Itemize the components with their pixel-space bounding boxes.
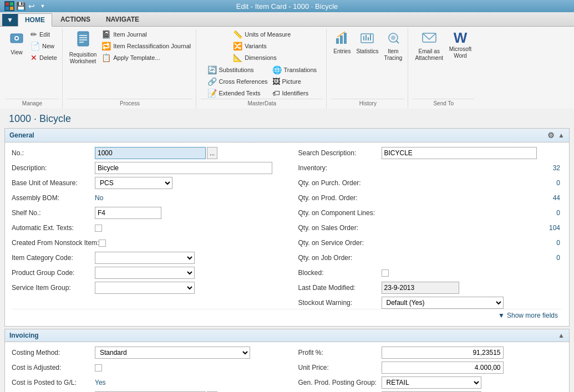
picture-button[interactable]: 🖼 Picture bbox=[271, 76, 319, 87]
uom-icon: 📏 bbox=[233, 30, 242, 39]
blocked-label: Blocked: bbox=[298, 269, 382, 277]
assembly-bom-label: Assembly BOM: bbox=[12, 194, 95, 202]
base-uom-field-row: Base Unit of Measure: PCS bbox=[12, 177, 276, 189]
qty-job-label: Qty. on Job Order: bbox=[298, 254, 382, 262]
save-quick-btn[interactable]: 💾 bbox=[16, 1, 26, 11]
general-settings-icon[interactable]: ⚙ bbox=[547, 131, 555, 140]
general-section: General ⚙ ▲ No.: ... bbox=[4, 128, 570, 327]
qty-prod-value-text[interactable]: 44 bbox=[382, 194, 563, 202]
auto-ext-texts-checkbox[interactable] bbox=[95, 225, 102, 232]
qty-job-value-text[interactable]: 0 bbox=[382, 254, 563, 262]
new-icon: 📄 bbox=[31, 42, 40, 50]
svg-rect-1 bbox=[10, 2, 13, 6]
dimensions-button[interactable]: 📐 Dimensions bbox=[231, 52, 292, 63]
product-group-field-row: Product Group Code: bbox=[12, 267, 276, 279]
item-tracing-button[interactable]: ItemTracing bbox=[382, 29, 404, 63]
entries-label: Entries bbox=[333, 48, 351, 54]
translations-button[interactable]: 🌐 Translations bbox=[271, 64, 319, 75]
undo-quick-btn[interactable]: ↩ bbox=[27, 1, 37, 11]
nonstock-label: Created From Nonstock Item: bbox=[12, 239, 99, 247]
gen-prod-posting-select[interactable]: RETAIL bbox=[382, 376, 481, 389]
inventory-field-row: Inventory: 32 bbox=[298, 162, 563, 174]
svg-rect-2 bbox=[6, 7, 9, 10]
assembly-bom-link[interactable]: No bbox=[95, 194, 103, 202]
edit-button[interactable]: ✏ Edit bbox=[29, 29, 59, 40]
ribbon-group-sendto: Email asAttachment W MicrosoftWord Send … bbox=[409, 29, 478, 109]
ribbon-tabs: ▼ HOME ACTIONS NAVIGATE bbox=[0, 12, 574, 27]
new-button[interactable]: 📄 New bbox=[29, 40, 59, 52]
description-input[interactable] bbox=[95, 162, 272, 174]
requisition-worksheet-button[interactable]: RequisitionWorksheet bbox=[67, 29, 99, 67]
qty-job-value: 0 bbox=[382, 254, 563, 262]
base-uom-select[interactable]: PCS bbox=[95, 177, 172, 189]
product-group-select[interactable] bbox=[95, 267, 195, 279]
description-value bbox=[95, 162, 276, 174]
tab-home-dropdown[interactable]: ▼ bbox=[2, 14, 18, 26]
nonstock-value bbox=[99, 240, 276, 247]
no-input[interactable] bbox=[95, 147, 206, 159]
item-reclassification-button[interactable]: 🔁 Item Reclassification Journal bbox=[100, 40, 192, 52]
general-section-header[interactable]: General ⚙ ▲ bbox=[5, 129, 569, 142]
tab-navigate[interactable]: NAVIGATE bbox=[99, 13, 146, 26]
qty-sales-value: 104 bbox=[382, 224, 563, 232]
invoicing-collapse-icon[interactable]: ▲ bbox=[558, 332, 565, 339]
costing-method-select[interactable]: Standard bbox=[95, 347, 250, 359]
item-reclass-label: Item Reclassification Journal bbox=[113, 43, 191, 49]
variants-button[interactable]: 🔀 Variants bbox=[231, 40, 292, 52]
extended-texts-button[interactable]: 📝 Extended Texts bbox=[206, 88, 270, 99]
qty-sales-value-text[interactable]: 104 bbox=[382, 224, 563, 232]
history-group-label: History bbox=[331, 99, 404, 106]
qty-service-value: 0 bbox=[382, 239, 563, 247]
item-category-select[interactable] bbox=[95, 252, 195, 264]
cost-adjusted-checkbox[interactable] bbox=[95, 364, 102, 371]
inventory-label: Inventory: bbox=[298, 164, 382, 172]
svg-rect-13 bbox=[340, 35, 343, 44]
requisition-label: RequisitionWorksheet bbox=[69, 52, 96, 65]
no-dots-button[interactable]: ... bbox=[207, 147, 217, 159]
qty-component-field-row: Qty. on Component Lines: 0 bbox=[298, 207, 563, 219]
inventory-value-text[interactable]: 32 bbox=[382, 164, 563, 172]
gen-prod-posting-value: RETAIL bbox=[382, 376, 563, 389]
cross-ref-label: Cross References bbox=[219, 78, 268, 85]
cross-references-button[interactable]: 🔗 Cross References bbox=[206, 76, 270, 87]
profit-pct-input[interactable] bbox=[382, 347, 504, 359]
cost-posted-link[interactable]: Yes bbox=[95, 379, 106, 386]
edit-icon: ✏ bbox=[31, 30, 37, 39]
invoicing-section-header[interactable]: Invoicing ▲ bbox=[5, 329, 569, 342]
statistics-button[interactable]: Statistics bbox=[354, 29, 380, 56]
qty-purch-value-text[interactable]: 0 bbox=[382, 179, 563, 187]
units-of-measure-button[interactable]: 📏 Units of Measure bbox=[231, 29, 292, 40]
unit-price-input[interactable] bbox=[382, 362, 504, 374]
email-attachment-button[interactable]: Email asAttachment bbox=[413, 29, 445, 63]
qty-component-value-text[interactable]: 0 bbox=[382, 209, 563, 217]
qty-prod-field-row: Qty. on Prod. Order: 44 bbox=[298, 192, 563, 204]
general-collapse-icon[interactable]: ▲ bbox=[558, 131, 565, 139]
apply-template-button[interactable]: 📋 Apply Template... bbox=[100, 52, 192, 63]
last-date-input[interactable] bbox=[382, 282, 459, 294]
substitutions-button[interactable]: 🔄 Substitutions bbox=[206, 64, 270, 75]
invoicing-form-row: Costing Method: Standard Cost is Adjuste… bbox=[12, 347, 562, 392]
tab-home[interactable]: HOME bbox=[18, 13, 52, 27]
qty-service-value-text[interactable]: 0 bbox=[382, 239, 563, 247]
service-item-group-field-row: Service Item Group: bbox=[12, 282, 276, 294]
identifiers-button[interactable]: 🏷 Identifiers bbox=[271, 88, 319, 99]
tab-actions[interactable]: ACTIONS bbox=[53, 13, 98, 26]
service-item-group-select[interactable] bbox=[95, 282, 195, 294]
blocked-checkbox[interactable] bbox=[382, 269, 389, 277]
search-desc-label: Search Description: bbox=[298, 149, 382, 157]
qty-component-value: 0 bbox=[382, 209, 563, 217]
shelf-no-input[interactable] bbox=[95, 207, 161, 219]
item-journal-button[interactable]: 📓 Item Journal bbox=[100, 29, 192, 40]
gen-prod-posting-field-row: Gen. Prod. Posting Group: RETAIL bbox=[298, 376, 563, 389]
delete-button[interactable]: ✕ Delete bbox=[29, 52, 59, 63]
qa-dropdown-btn[interactable]: ▼ bbox=[38, 1, 48, 11]
view-button[interactable]: View bbox=[6, 29, 28, 57]
nonstock-checkbox[interactable] bbox=[99, 240, 106, 247]
process-group-label: Process bbox=[67, 99, 193, 106]
dimensions-icon: 📐 bbox=[233, 53, 242, 62]
microsoft-word-button[interactable]: W MicrosoftWord bbox=[446, 29, 474, 61]
search-desc-input[interactable] bbox=[382, 147, 537, 159]
entries-button[interactable]: Entries bbox=[331, 29, 353, 56]
stockout-warning-select[interactable]: Default (Yes) bbox=[382, 297, 504, 309]
show-more-fields-row[interactable]: ▼ Show more fields bbox=[12, 309, 562, 322]
